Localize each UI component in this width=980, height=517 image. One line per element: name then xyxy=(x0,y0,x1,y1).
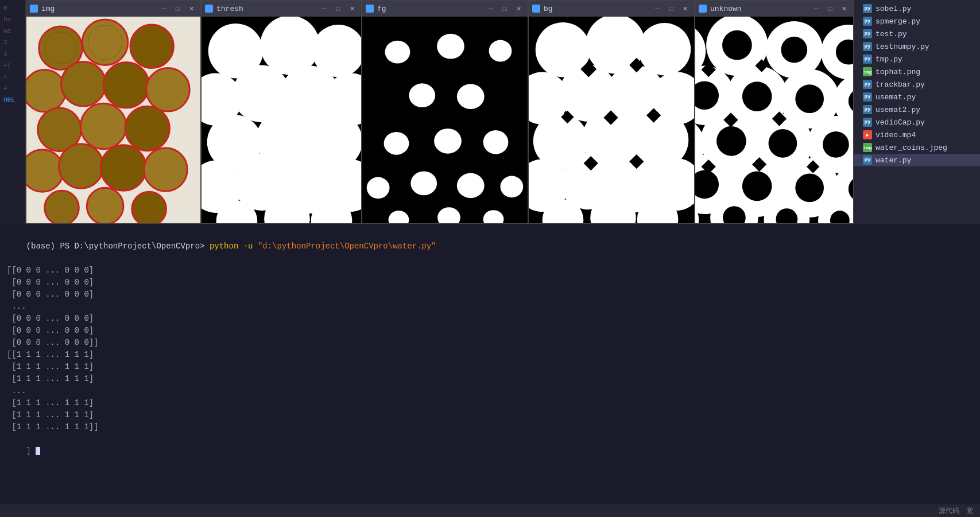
sidebar-item-usemat2[interactable]: py usemat2.py xyxy=(854,103,980,116)
sidebar-item-spmerge[interactable]: py spmerge.py xyxy=(854,15,980,28)
unknown-titlebar: unknown ─ □ ✕ xyxy=(695,1,853,17)
sidebar-item-usemat[interactable]: py usemat.py xyxy=(854,91,980,103)
trackbar-label: trackbar.py xyxy=(876,80,925,89)
bg-close-btn[interactable]: ✕ xyxy=(679,4,691,13)
sobel-py-icon: py xyxy=(863,4,872,13)
fg-maximize-btn[interactable]: □ xyxy=(499,4,510,13)
sobel-label: sobel.py xyxy=(876,5,911,13)
thresh-title-group: thresh xyxy=(205,5,243,13)
svg-point-45 xyxy=(489,40,512,62)
svg-point-14 xyxy=(100,145,146,191)
svg-rect-84 xyxy=(700,6,706,11)
svg-point-44 xyxy=(437,34,464,59)
sidebar-item-vediocap[interactable]: py vedioCap.py xyxy=(854,116,980,129)
bg-image xyxy=(529,17,694,223)
tophat-label: tophat.png xyxy=(876,68,920,76)
thresh-close-btn[interactable]: ✕ xyxy=(346,4,358,13)
sidebar-item-watercoins[interactable]: img water_coins.jpeg xyxy=(854,141,980,154)
editor-partial: R ha wa 3 3 4( 4 4 OBL xyxy=(0,0,26,224)
sidebar-item-testnumpy[interactable]: py testnumpy.py xyxy=(854,40,980,53)
thresh-titlebar: thresh ─ □ ✕ xyxy=(202,1,361,17)
vediocap-label: vedioCap.py xyxy=(876,118,925,127)
terminal-cursor xyxy=(36,447,40,455)
sidebar-item-video[interactable]: ▶ video.mp4 xyxy=(854,129,980,141)
unknown-maximize-btn[interactable]: □ xyxy=(824,4,836,13)
output-line-5: [0 0 0 ... 0 0 0] xyxy=(7,313,973,325)
svg-point-89 xyxy=(722,30,752,60)
svg-point-49 xyxy=(434,129,462,154)
usemat-py-icon: py xyxy=(863,92,872,102)
bg-maximize-btn[interactable]: □ xyxy=(665,4,677,13)
svg-rect-22 xyxy=(206,6,212,11)
fg-content xyxy=(362,17,528,223)
source-code-label: 源代码 xyxy=(939,506,959,516)
unknown-controls: ─ □ ✕ xyxy=(811,4,850,13)
fg-image xyxy=(362,17,528,223)
unknown-minimize-btn[interactable]: ─ xyxy=(811,4,822,13)
unknown-title-group: unknown xyxy=(699,5,742,13)
thresh-image xyxy=(202,17,361,223)
fg-close-btn[interactable]: ✕ xyxy=(513,4,524,13)
sidebar-item-tophat[interactable]: img tophat.png xyxy=(854,65,980,78)
svg-point-12 xyxy=(26,150,63,192)
test-py-icon: py xyxy=(863,29,872,38)
output-line-7: [0 0 0 ... 0 0 0]] xyxy=(7,337,973,349)
fg-title-group: fg xyxy=(366,5,386,13)
bg-controls: ─ □ ✕ xyxy=(652,4,691,13)
svg-point-111 xyxy=(823,131,849,158)
thresh-window: thresh ─ □ ✕ xyxy=(201,0,362,224)
output-line-8: [[1 1 1 ... 1 1 1] xyxy=(7,349,973,361)
sidebar-item-sobel[interactable]: py sobel.py xyxy=(854,2,980,15)
unknown-image xyxy=(695,17,853,223)
svg-point-91 xyxy=(781,37,807,63)
trackbar-py-icon: py xyxy=(863,80,872,89)
tmp-label: tmp.py xyxy=(876,55,902,64)
output-line-2: [0 0 0 ... 0 0 0] xyxy=(7,277,973,289)
video-icon: ▶ xyxy=(863,130,872,139)
output-line-13: [1 1 1 ... 1 1 1] xyxy=(7,409,973,421)
sidebar-item-water[interactable]: py water.py xyxy=(854,154,980,166)
fg-window-icon xyxy=(366,5,374,13)
svg-point-48 xyxy=(384,132,409,155)
output-line-12: [1 1 1 ... 1 1 1] xyxy=(7,397,973,409)
unknown-window-title: unknown xyxy=(710,5,742,13)
svg-point-11 xyxy=(125,106,170,151)
windows-row: R ha wa 3 3 4( 4 4 OBL img ─ □ ✕ xyxy=(0,0,980,224)
thresh-maximize-btn[interactable]: □ xyxy=(332,4,344,13)
img-maximize-btn[interactable]: □ xyxy=(172,4,183,13)
svg-point-53 xyxy=(457,173,485,198)
test-label: test.py xyxy=(876,30,907,38)
terminal-cursor-indicator: ] xyxy=(26,446,36,456)
bg-minimize-btn[interactable]: ─ xyxy=(652,4,663,13)
output-line-3: [0 0 0 ... 0 0 0] xyxy=(7,289,973,301)
vediocap-py-icon: py xyxy=(863,118,872,127)
terminal-flag: -u xyxy=(243,242,253,251)
svg-point-7 xyxy=(103,63,149,108)
fg-controls: ─ □ ✕ xyxy=(485,4,524,13)
img-content xyxy=(26,17,200,223)
img-minimize-btn[interactable]: ─ xyxy=(158,4,169,13)
sidebar-item-tmp[interactable]: py tmp.py xyxy=(854,53,980,65)
unknown-window: unknown ─ □ ✕ xyxy=(695,0,854,224)
thresh-minimize-btn[interactable]: ─ xyxy=(319,4,330,13)
svg-point-13 xyxy=(59,144,104,189)
terminal-cmd: python xyxy=(210,242,238,251)
svg-point-121 xyxy=(795,173,824,202)
output-line-10: [1 1 1 ... 1 1 1] xyxy=(7,373,973,385)
unknown-close-btn[interactable]: ✕ xyxy=(838,4,850,13)
thresh-controls: ─ □ ✕ xyxy=(319,4,358,13)
sidebar-item-trackbar[interactable]: py trackbar.py xyxy=(854,78,980,91)
bg-window-icon xyxy=(532,5,540,13)
terminal: (base) PS D:\pythonProject\OpenCVpro> py… xyxy=(0,224,980,504)
img-close-btn[interactable]: ✕ xyxy=(185,4,197,13)
file-sidebar: py sobel.py py spmerge.py py test.py py … xyxy=(854,0,980,224)
testnumpy-label: testnumpy.py xyxy=(876,42,929,51)
sidebar-item-test[interactable]: py test.py xyxy=(854,28,980,40)
testnumpy-py-icon: py xyxy=(863,42,872,51)
watercoins-img-icon: img xyxy=(863,143,872,152)
video-label: video.mp4 xyxy=(876,131,916,139)
bg-titlebar: bg ─ □ ✕ xyxy=(529,1,694,17)
svg-point-54 xyxy=(500,176,523,197)
fg-titlebar: fg ─ □ ✕ xyxy=(362,1,528,17)
fg-minimize-btn[interactable]: ─ xyxy=(485,4,497,13)
